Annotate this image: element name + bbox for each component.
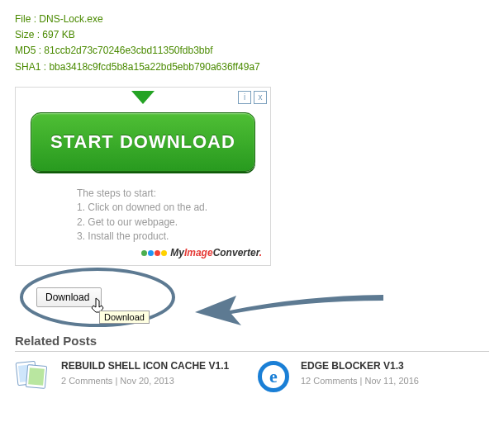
- size-label: Size: [15, 29, 42, 40]
- ad-brand[interactable]: MyImageConverter.: [19, 245, 267, 262]
- ad-close-icon[interactable]: x: [254, 91, 267, 104]
- ad-step-3: 3. Install the product.: [77, 230, 267, 244]
- ad-info-icon[interactable]: i: [238, 91, 251, 104]
- related-card-title[interactable]: EDGE BLOCKER V1.3: [301, 360, 419, 372]
- related-card-title[interactable]: REBUILD SHELL ICON CACHE V1.1: [61, 360, 229, 372]
- related-posts: Related Posts REBUILD SHELL ICON CACHE V…: [15, 334, 489, 393]
- ad-block: i x START DOWNLOAD The steps to start: 1…: [15, 87, 271, 267]
- file-label: File: [15, 13, 39, 25]
- related-card: EDGE BLOCKER V1.3 12 Comments | Nov 11, …: [254, 360, 478, 393]
- related-card-meta: 12 Comments | Nov 11, 2016: [301, 376, 419, 386]
- sha1-label: SHA1: [15, 61, 49, 73]
- edge-icon-thumb: [254, 360, 292, 393]
- ad-steps-title: The steps to start:: [77, 187, 267, 201]
- file-info-block: FileDNS-Lock.exe Size697 KB MD581ccb2d73…: [15, 12, 489, 75]
- related-heading: Related Posts: [15, 334, 489, 352]
- sha1-value: bba3418c9fcd5b8a15a22bd5ebb790a636ff49a7: [49, 61, 259, 73]
- brand-dots-icon: [141, 247, 168, 258]
- download-button[interactable]: Download: [36, 287, 102, 307]
- download-tooltip: Download: [99, 311, 150, 324]
- ad-step-2: 2. Get to our webpage.: [77, 216, 267, 230]
- rebuild-icon-thumb: [15, 360, 53, 393]
- size-value: 697 KB: [42, 29, 74, 40]
- related-card-meta: 2 Comments | Nov 20, 2013: [61, 376, 229, 386]
- pointer-arrow-icon: [195, 291, 385, 329]
- ad-steps: The steps to start: 1. Click on downed o…: [19, 180, 267, 246]
- related-card: REBUILD SHELL ICON CACHE V1.1 2 Comments…: [15, 360, 238, 393]
- download-row: Download Download: [15, 271, 489, 334]
- ad-start-download-button[interactable]: START DOWNLOAD: [31, 112, 255, 172]
- file-value: DNS-Lock.exe: [39, 13, 102, 25]
- ad-step-1: 1. Click on downed on the ad.: [77, 201, 267, 215]
- md5-value: 81ccb2d73c70246e3cbd11350fdb3bbf: [44, 45, 212, 56]
- down-arrow-icon: [19, 91, 267, 109]
- md5-label: MD5: [15, 45, 44, 56]
